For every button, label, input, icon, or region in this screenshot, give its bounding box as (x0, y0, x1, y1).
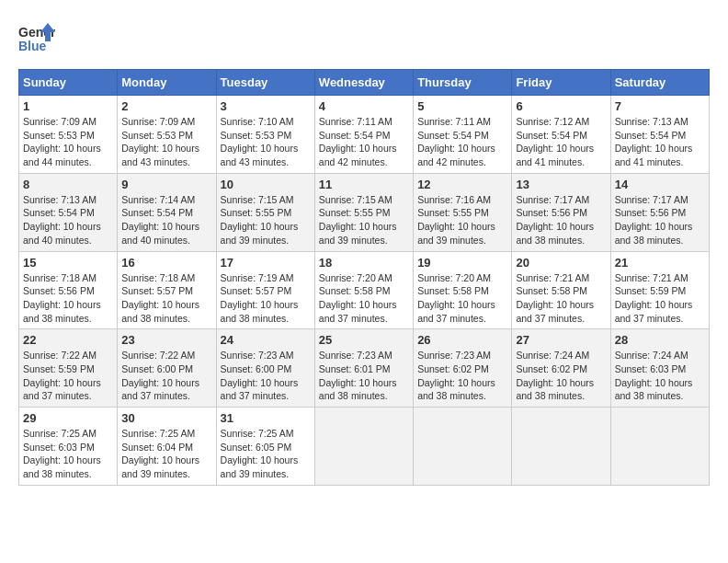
calendar-cell: 4 Sunrise: 7:11 AM Sunset: 5:54 PM Dayli… (314, 96, 413, 174)
calendar-cell: 25 Sunrise: 7:23 AM Sunset: 6:01 PM Dayl… (314, 329, 413, 408)
day-info: Sunrise: 7:24 AM Sunset: 6:03 PM Dayligh… (615, 349, 705, 403)
calendar-cell (512, 408, 610, 486)
calendar-cell: 12 Sunrise: 7:16 AM Sunset: 5:55 PM Dayl… (414, 173, 512, 251)
day-number: 22 (23, 333, 113, 347)
calendar-cell: 10 Sunrise: 7:15 AM Sunset: 5:55 PM Dayl… (216, 173, 314, 251)
logo-icon: General Blue (18, 18, 55, 55)
day-info: Sunrise: 7:25 AM Sunset: 6:04 PM Dayligh… (121, 427, 211, 481)
calendar-cell: 26 Sunrise: 7:23 AM Sunset: 6:02 PM Dayl… (414, 329, 512, 408)
day-number: 20 (516, 256, 606, 270)
day-info: Sunrise: 7:23 AM Sunset: 6:01 PM Dayligh… (319, 349, 409, 403)
day-info: Sunrise: 7:21 AM Sunset: 5:59 PM Dayligh… (615, 271, 705, 326)
calendar-cell: 13 Sunrise: 7:17 AM Sunset: 5:56 PM Dayl… (512, 173, 610, 251)
day-info: Sunrise: 7:21 AM Sunset: 5:58 PM Dayligh… (516, 271, 606, 326)
calendar-cell: 7 Sunrise: 7:13 AM Sunset: 5:54 PM Dayli… (610, 96, 709, 174)
day-info: Sunrise: 7:19 AM Sunset: 5:57 PM Dayligh… (221, 271, 311, 326)
calendar-cell: 3 Sunrise: 7:10 AM Sunset: 5:53 PM Dayli… (216, 96, 314, 174)
page-header: General Blue (18, 18, 710, 55)
day-number: 10 (221, 178, 311, 191)
calendar-cell: 28 Sunrise: 7:24 AM Sunset: 6:03 PM Dayl… (610, 329, 709, 408)
day-info: Sunrise: 7:16 AM Sunset: 5:55 PM Dayligh… (417, 193, 507, 247)
day-number: 6 (516, 99, 606, 113)
day-number: 11 (319, 178, 409, 191)
day-number: 27 (516, 333, 606, 347)
calendar-cell (314, 408, 413, 486)
day-number: 15 (23, 256, 113, 270)
logo: General Blue (18, 18, 60, 55)
day-number: 1 (23, 99, 113, 113)
day-info: Sunrise: 7:17 AM Sunset: 5:56 PM Dayligh… (516, 193, 606, 247)
calendar-cell: 30 Sunrise: 7:25 AM Sunset: 6:04 PM Dayl… (118, 408, 216, 486)
calendar-week-row: 8 Sunrise: 7:13 AM Sunset: 5:54 PM Dayli… (19, 173, 710, 251)
calendar-day-header: Monday (118, 70, 216, 96)
day-info: Sunrise: 7:23 AM Sunset: 6:02 PM Dayligh… (417, 349, 507, 403)
calendar-cell: 22 Sunrise: 7:22 AM Sunset: 5:59 PM Dayl… (19, 329, 118, 408)
day-number: 24 (221, 333, 311, 347)
day-info: Sunrise: 7:13 AM Sunset: 5:54 PM Dayligh… (23, 193, 113, 247)
calendar-cell: 31 Sunrise: 7:25 AM Sunset: 6:05 PM Dayl… (216, 408, 314, 486)
day-info: Sunrise: 7:17 AM Sunset: 5:56 PM Dayligh… (615, 193, 705, 247)
day-info: Sunrise: 7:14 AM Sunset: 5:54 PM Dayligh… (121, 193, 211, 247)
calendar-cell: 27 Sunrise: 7:24 AM Sunset: 6:02 PM Dayl… (512, 329, 610, 408)
calendar-day-header: Thursday (414, 70, 512, 96)
day-number: 31 (221, 411, 311, 425)
day-info: Sunrise: 7:15 AM Sunset: 5:55 PM Dayligh… (319, 193, 409, 247)
calendar-body: 1 Sunrise: 7:09 AM Sunset: 5:53 PM Dayli… (19, 96, 710, 486)
day-info: Sunrise: 7:24 AM Sunset: 6:02 PM Dayligh… (516, 349, 606, 403)
calendar-cell (414, 408, 512, 486)
calendar-cell: 2 Sunrise: 7:09 AM Sunset: 5:53 PM Dayli… (118, 96, 216, 174)
day-number: 9 (121, 178, 211, 191)
day-info: Sunrise: 7:25 AM Sunset: 6:05 PM Dayligh… (221, 427, 311, 481)
calendar-day-header: Friday (512, 70, 610, 96)
day-info: Sunrise: 7:12 AM Sunset: 5:54 PM Dayligh… (516, 115, 606, 169)
day-number: 18 (319, 256, 409, 270)
calendar-cell: 29 Sunrise: 7:25 AM Sunset: 6:03 PM Dayl… (19, 408, 118, 486)
day-info: Sunrise: 7:20 AM Sunset: 5:58 PM Dayligh… (417, 271, 507, 326)
day-number: 25 (319, 333, 409, 347)
day-info: Sunrise: 7:11 AM Sunset: 5:54 PM Dayligh… (319, 115, 409, 169)
calendar-cell: 14 Sunrise: 7:17 AM Sunset: 5:56 PM Dayl… (610, 173, 709, 251)
calendar-week-row: 15 Sunrise: 7:18 AM Sunset: 5:56 PM Dayl… (19, 251, 710, 329)
day-info: Sunrise: 7:13 AM Sunset: 5:54 PM Dayligh… (615, 115, 705, 169)
day-info: Sunrise: 7:22 AM Sunset: 5:59 PM Dayligh… (23, 349, 113, 403)
day-number: 30 (121, 411, 211, 425)
calendar-cell: 19 Sunrise: 7:20 AM Sunset: 5:58 PM Dayl… (414, 251, 512, 329)
calendar-header-row: SundayMondayTuesdayWednesdayThursdayFrid… (19, 70, 710, 96)
day-number: 23 (121, 333, 211, 347)
svg-text:Blue: Blue (18, 39, 47, 53)
calendar-cell: 16 Sunrise: 7:18 AM Sunset: 5:57 PM Dayl… (118, 251, 216, 329)
day-info: Sunrise: 7:15 AM Sunset: 5:55 PM Dayligh… (221, 193, 311, 247)
calendar-cell: 20 Sunrise: 7:21 AM Sunset: 5:58 PM Dayl… (512, 251, 610, 329)
calendar-cell: 15 Sunrise: 7:18 AM Sunset: 5:56 PM Dayl… (19, 251, 118, 329)
calendar-cell: 23 Sunrise: 7:22 AM Sunset: 6:00 PM Dayl… (118, 329, 216, 408)
day-number: 17 (221, 256, 311, 270)
calendar-cell: 24 Sunrise: 7:23 AM Sunset: 6:00 PM Dayl… (216, 329, 314, 408)
day-number: 7 (615, 99, 705, 113)
day-info: Sunrise: 7:20 AM Sunset: 5:58 PM Dayligh… (319, 271, 409, 326)
calendar-cell (610, 408, 709, 486)
calendar-table: SundayMondayTuesdayWednesdayThursdayFrid… (18, 69, 710, 486)
day-number: 4 (319, 99, 409, 113)
day-number: 29 (23, 411, 113, 425)
day-info: Sunrise: 7:18 AM Sunset: 5:57 PM Dayligh… (121, 271, 211, 326)
day-info: Sunrise: 7:22 AM Sunset: 6:00 PM Dayligh… (121, 349, 211, 403)
day-number: 26 (417, 333, 507, 347)
day-info: Sunrise: 7:11 AM Sunset: 5:54 PM Dayligh… (417, 115, 507, 169)
day-number: 16 (121, 256, 211, 270)
day-number: 28 (615, 333, 705, 347)
calendar-cell: 18 Sunrise: 7:20 AM Sunset: 5:58 PM Dayl… (314, 251, 413, 329)
calendar-cell: 1 Sunrise: 7:09 AM Sunset: 5:53 PM Dayli… (19, 96, 118, 174)
day-info: Sunrise: 7:23 AM Sunset: 6:00 PM Dayligh… (221, 349, 311, 403)
day-number: 2 (121, 99, 211, 113)
calendar-day-header: Saturday (610, 70, 709, 96)
day-number: 3 (221, 99, 311, 113)
calendar-day-header: Tuesday (216, 70, 314, 96)
calendar-cell: 8 Sunrise: 7:13 AM Sunset: 5:54 PM Dayli… (19, 173, 118, 251)
day-info: Sunrise: 7:09 AM Sunset: 5:53 PM Dayligh… (23, 115, 113, 169)
calendar-cell: 21 Sunrise: 7:21 AM Sunset: 5:59 PM Dayl… (610, 251, 709, 329)
day-number: 5 (417, 99, 507, 113)
calendar-cell: 9 Sunrise: 7:14 AM Sunset: 5:54 PM Dayli… (118, 173, 216, 251)
calendar-week-row: 1 Sunrise: 7:09 AM Sunset: 5:53 PM Dayli… (19, 96, 710, 174)
day-info: Sunrise: 7:25 AM Sunset: 6:03 PM Dayligh… (23, 427, 113, 481)
calendar-week-row: 22 Sunrise: 7:22 AM Sunset: 5:59 PM Dayl… (19, 329, 710, 408)
